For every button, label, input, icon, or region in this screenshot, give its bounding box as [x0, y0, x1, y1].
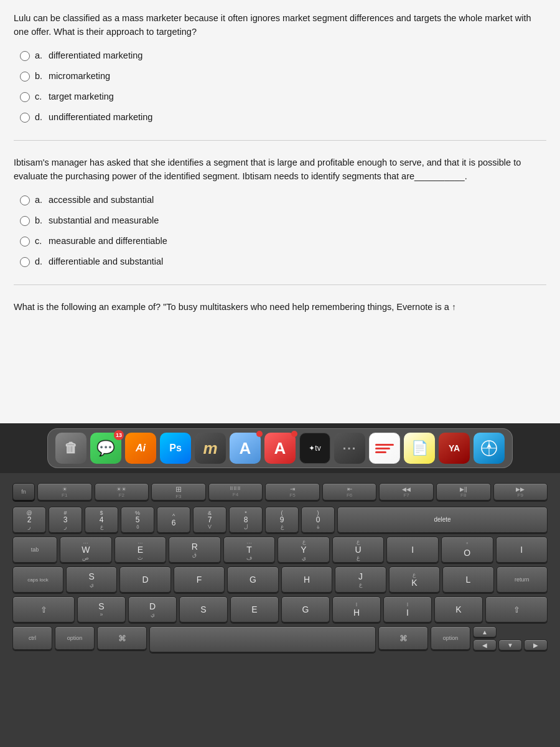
option-radio-1d[interactable]: [20, 113, 30, 123]
cmd-right-key[interactable]: ⌘: [378, 626, 428, 650]
key-9-bottom: 9: [280, 516, 284, 524]
dock-item-reminders[interactable]: [369, 433, 400, 464]
key-9[interactable]: ( 9 غ: [265, 507, 299, 533]
arrow-right-key[interactable]: ▶: [524, 639, 548, 651]
option-radio-1a[interactable]: [20, 51, 30, 61]
dock-item-appstore[interactable]: A: [230, 433, 261, 464]
key-x[interactable]: D ي: [128, 596, 177, 622]
f1-key[interactable]: ☀ F1: [37, 483, 92, 500]
safari-icon: [480, 439, 498, 457]
key-comma[interactable]: K: [434, 596, 483, 622]
shift-left-key[interactable]: ⇧: [12, 596, 75, 622]
key-z[interactable]: S »: [77, 596, 126, 622]
key-8-bottom: 8: [244, 516, 248, 524]
dock-item-logo-a[interactable]: A: [264, 433, 296, 464]
f3-label: F3: [175, 494, 181, 499]
fn-key[interactable]: fn: [12, 483, 35, 500]
f9-key[interactable]: ▶▶ F9: [493, 483, 548, 500]
option-radio-1c[interactable]: [20, 92, 30, 102]
f8-label: F8: [460, 492, 466, 498]
option-radio-2a[interactable]: [20, 195, 30, 205]
dock-item-illustrator[interactable]: Ai: [125, 433, 156, 464]
dock-item-notes[interactable]: 📄: [404, 433, 435, 464]
key-g[interactable]: G: [227, 566, 278, 593]
dock-item-safari[interactable]: [474, 433, 505, 464]
f7-key[interactable]: ◀◀ F7: [379, 483, 434, 500]
option-right-key[interactable]: option: [431, 626, 470, 650]
key-y[interactable]: ع Y ي: [278, 537, 330, 563]
key-y-main: Y: [301, 545, 306, 555]
key-l[interactable]: L: [442, 566, 493, 593]
dock-item-facetime[interactable]: ···: [334, 433, 365, 464]
key-w[interactable]: … W ص: [60, 537, 112, 563]
key-p[interactable]: I: [496, 537, 548, 563]
f2-key[interactable]: ☀☀ F2: [95, 483, 149, 500]
key-j[interactable]: J ع: [335, 566, 386, 593]
f6-key[interactable]: ⇤ F6: [322, 483, 377, 500]
key-h[interactable]: H: [281, 566, 332, 593]
key-n-top: I: [356, 601, 358, 608]
option-radio-2d[interactable]: [20, 257, 30, 267]
key-e[interactable]: … E ث: [114, 537, 167, 563]
f8-key[interactable]: ▶|| F8: [436, 483, 491, 500]
f5-key[interactable]: ⇥ F5: [265, 483, 320, 500]
shift-right-key[interactable]: ⇧: [485, 596, 548, 622]
key-e-top: …: [138, 538, 143, 545]
dock-item-photoshop[interactable]: Ps: [160, 433, 191, 464]
dock-item-trash[interactable]: 🗑: [55, 433, 86, 464]
key-5[interactable]: % 5 ٥: [121, 507, 154, 533]
return-key[interactable]: return: [497, 566, 548, 593]
arrow-down-key[interactable]: ▼: [498, 639, 522, 651]
option-letter-2c: c.: [35, 236, 46, 246]
key-delete[interactable]: delete: [337, 507, 548, 533]
spacebar[interactable]: [149, 626, 376, 652]
ctrl-key[interactable]: ctrl: [12, 626, 52, 650]
dock-item-appletv[interactable]: ✦tv: [299, 433, 330, 464]
key-3[interactable]: # 3 ر: [49, 507, 82, 533]
f3-key[interactable]: ⊞ F3: [151, 483, 206, 500]
key-6[interactable]: ^ 6: [157, 507, 190, 533]
arrow-left-key[interactable]: ◀: [473, 639, 497, 651]
cmd-left-key[interactable]: ⌘: [97, 626, 147, 650]
option-left-key[interactable]: option: [55, 626, 95, 650]
key-k[interactable]: ع K: [389, 566, 440, 593]
key-7[interactable]: & 7 V: [193, 507, 226, 533]
f5-icon: ⇥: [290, 486, 295, 492]
key-4[interactable]: $ 4 ع: [85, 507, 118, 533]
key-m[interactable]: I I: [383, 596, 432, 622]
option-radio-1b[interactable]: [20, 72, 30, 82]
dock-item-m[interactable]: m: [195, 433, 226, 464]
key-d[interactable]: D: [119, 566, 170, 593]
reminders-icon: [375, 439, 394, 458]
key-v[interactable]: E: [230, 596, 279, 622]
key-c[interactable]: S: [179, 596, 228, 622]
key-t[interactable]: … T ف: [223, 537, 276, 563]
key-0[interactable]: ) 0 ة: [301, 507, 335, 533]
option-radio-2c[interactable]: [20, 237, 30, 247]
dock-item-arabic-app[interactable]: YA: [439, 433, 470, 464]
key-f[interactable]: F: [174, 566, 225, 593]
keyboard-area: fn ☀ F1 ☀☀ F2 ⊞ F3 ⠿⠿⠿ F4 ⇥ F5 ⇤ F6 ◀◀ F…: [0, 473, 560, 747]
caps-label: caps lock: [27, 577, 48, 583]
f4-key[interactable]: ⠿⠿⠿ F4: [208, 483, 263, 500]
key-b[interactable]: G: [281, 596, 330, 622]
option-radio-2b[interactable]: [20, 216, 30, 226]
key-t-top: …: [246, 538, 252, 545]
dock-item-messages[interactable]: 💬 13: [90, 433, 121, 464]
question-1-block: Lulu can be classified as a mass markete…: [14, 11, 546, 123]
caps-lock-key[interactable]: caps lock: [12, 566, 63, 593]
key-u[interactable]: ع U غ: [332, 537, 385, 563]
option-letter-2b: b.: [35, 215, 46, 225]
key-n[interactable]: I H: [332, 596, 381, 622]
tab-key[interactable]: tab: [12, 537, 57, 563]
key-5-bottom: 5: [136, 516, 140, 524]
arrow-up-key[interactable]: ▲: [473, 626, 497, 637]
key-i[interactable]: I: [386, 537, 439, 563]
list-item: b. micromarketing: [20, 71, 546, 82]
key-4-arabic: ع: [100, 524, 103, 530]
key-r[interactable]: R ق: [169, 537, 221, 563]
key-s[interactable]: S ي: [66, 566, 117, 593]
key-8[interactable]: * 8 ل: [229, 507, 263, 533]
key-2[interactable]: @ 2 ر: [12, 507, 46, 533]
key-o[interactable]: ° O: [441, 537, 493, 563]
